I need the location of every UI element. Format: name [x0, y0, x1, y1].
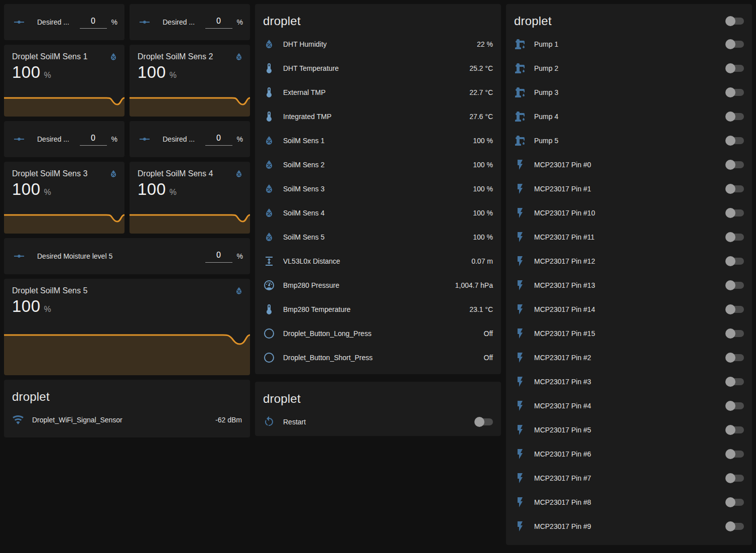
entity-row-restart[interactable]: Restart: [255, 410, 501, 434]
mcp23017-pin-3-toggle[interactable]: [725, 377, 744, 387]
switch-row-mcp23017-pin-5[interactable]: MCP23017 Pin #5: [506, 418, 752, 442]
mcp23017-pin-13-toggle[interactable]: [725, 280, 744, 290]
switch-row-mcp23017-pin-10[interactable]: MCP23017 Pin #10: [506, 201, 752, 225]
entity-row-soilm-sens-2[interactable]: SoilM Sens 2 100 %: [255, 153, 501, 177]
input-number-label: Desired Moisture level 5: [37, 252, 205, 260]
unit-label: %: [111, 135, 117, 143]
column-middle: droplet DHT Humidity 22 % DHT Temperatur…: [255, 4, 501, 436]
history-sparkline: [130, 96, 250, 117]
mcp23017-pin-4-toggle[interactable]: [725, 401, 744, 411]
pump-1-toggle[interactable]: [725, 39, 744, 49]
mcp23017-pin-1-toggle[interactable]: [725, 184, 744, 194]
ray-vertex-icon: [139, 133, 151, 145]
pump-3-toggle[interactable]: [725, 87, 744, 97]
mcp23017-pin-6-toggle[interactable]: [725, 449, 744, 459]
switch-row-mcp23017-pin-15[interactable]: MCP23017 Pin #15: [506, 321, 752, 346]
entity-name: SoilM Sens 3: [283, 185, 469, 193]
switch-row-mcp23017-pin-3[interactable]: MCP23017 Pin #3: [506, 370, 752, 394]
entity-row-integrated-tmp[interactable]: Integrated TMP 27.6 °C: [255, 104, 501, 129]
entity-row-wifi-signal[interactable]: Droplet_WiFi_Signal_Sensor -62 dBm: [4, 408, 250, 432]
entity-row-soilm-sens-5[interactable]: SoilM Sens 5 100 %: [255, 225, 501, 249]
switch-row-pump-2[interactable]: Pump 2: [506, 56, 752, 80]
mcp23017-pin-15-toggle[interactable]: [725, 328, 744, 339]
radiobox-blank-icon: [263, 352, 275, 364]
wifi-entities-card: droplet Droplet_WiFi_Signal_Sensor -62 d…: [4, 380, 250, 437]
sensor-graph-card-5[interactable]: Droplet SoilM Sens 5 100 %: [4, 279, 250, 375]
sensor-graph-card-2[interactable]: Droplet SoilM Sens 2 100 %: [130, 45, 250, 117]
sensor-card-value: 100: [138, 180, 166, 199]
switch-row-mcp23017-pin-12[interactable]: MCP23017 Pin #12: [506, 249, 752, 273]
sensor-graph-card-3[interactable]: Droplet SoilM Sens 3 100 %: [4, 162, 124, 234]
radiobox-blank-icon: [263, 327, 275, 340]
mcp23017-pin-11-toggle[interactable]: [725, 232, 744, 242]
pump-2-toggle[interactable]: [725, 63, 744, 73]
sensor-graph-card-1[interactable]: Droplet SoilM Sens 1 100 %: [4, 45, 124, 117]
switch-row-mcp23017-pin-4[interactable]: MCP23017 Pin #4: [506, 394, 752, 418]
entity-value: 100 %: [473, 209, 493, 217]
water-percent-icon: [108, 169, 118, 179]
sensor-card-title: Droplet SoilM Sens 5: [4, 279, 250, 295]
entity-row-soilm-sens-4[interactable]: SoilM Sens 4 100 %: [255, 201, 501, 225]
switch-row-mcp23017-pin-14[interactable]: MCP23017 Pin #14: [506, 297, 752, 321]
switch-row-pump-1[interactable]: Pump 1: [506, 32, 752, 56]
wifi-icon: [12, 414, 24, 426]
entity-row-soilm-sens-1[interactable]: SoilM Sens 1 100 %: [255, 129, 501, 153]
flash-icon: [514, 303, 526, 315]
thermometer-icon: [263, 62, 275, 74]
mcp23017-pin-9-toggle[interactable]: [725, 521, 744, 531]
switch-row-mcp23017-pin-1[interactable]: MCP23017 Pin #1: [506, 177, 752, 201]
switch-row-mcp23017-pin-7[interactable]: MCP23017 Pin #7: [506, 466, 752, 490]
entity-row-bmp280-temperature[interactable]: Bmp280 Temperature 23.1 °C: [255, 297, 501, 321]
water-percent-icon: [263, 159, 275, 171]
desired-value-input[interactable]: 0: [205, 16, 232, 29]
entity-name: Pump 1: [534, 40, 725, 48]
mcp23017-pin-12-toggle[interactable]: [725, 256, 744, 266]
desired-value-input[interactable]: 0: [205, 133, 232, 146]
mcp23017-pin-2-toggle[interactable]: [725, 353, 744, 363]
entity-row-soilm-sens-3[interactable]: SoilM Sens 3 100 %: [255, 177, 501, 201]
history-sparkline: [4, 96, 124, 117]
switch-row-mcp23017-pin-11[interactable]: MCP23017 Pin #11: [506, 225, 752, 249]
input-number-card-5: Desired Moisture level 5 0 %: [4, 238, 250, 274]
switch-row-pump-4[interactable]: Pump 4: [506, 104, 752, 129]
entity-row-dht-temperature[interactable]: DHT Temperature 25.2 °C: [255, 56, 501, 80]
toggle-all-switch[interactable]: [725, 16, 744, 26]
restart-toggle[interactable]: [474, 417, 493, 427]
mcp23017-pin-10-toggle[interactable]: [725, 208, 744, 218]
entity-row-dht-humidity[interactable]: DHT Humidity 22 %: [255, 32, 501, 56]
switch-row-pump-5[interactable]: Pump 5: [506, 129, 752, 153]
desired-value-input[interactable]: 0: [80, 133, 107, 146]
entities-card: droplet DHT Humidity 22 % DHT Temperatur…: [255, 4, 501, 374]
sensor-graph-card-4[interactable]: Droplet SoilM Sens 4 100 %: [130, 162, 250, 234]
desired-value-input[interactable]: 0: [205, 250, 232, 263]
pump-4-toggle[interactable]: [725, 112, 744, 122]
entity-row-bmp280-pressure[interactable]: Bmp280 Pressure 1,004.7 hPa: [255, 273, 501, 297]
entity-row-button-long-press[interactable]: Droplet_Button_Long_Press Off: [255, 321, 501, 346]
sensor-card-unit: %: [170, 188, 177, 197]
switch-row-mcp23017-pin-0[interactable]: MCP23017 Pin #0: [506, 153, 752, 177]
mcp23017-pin-7-toggle[interactable]: [725, 473, 744, 483]
entity-value: Off: [484, 354, 493, 362]
entity-row-button-short-press[interactable]: Droplet_Button_Short_Press Off: [255, 346, 501, 370]
mcp23017-pin-14-toggle[interactable]: [725, 304, 744, 314]
input-number-card-2: Desired ... 0 %: [130, 4, 250, 40]
sensor-card-unit: %: [44, 71, 51, 80]
switch-row-mcp23017-pin-6[interactable]: MCP23017 Pin #6: [506, 442, 752, 466]
desired-value-input[interactable]: 0: [80, 16, 107, 29]
entity-name: Restart: [283, 418, 474, 426]
switch-row-mcp23017-pin-8[interactable]: MCP23017 Pin #8: [506, 490, 752, 514]
entity-row-vl53l0x-distance[interactable]: VL53L0x Distance 0.07 m: [255, 249, 501, 273]
entity-row-external-tmp[interactable]: External TMP 22.7 °C: [255, 80, 501, 104]
mcp23017-pin-5-toggle[interactable]: [725, 425, 744, 435]
switch-row-mcp23017-pin-2[interactable]: MCP23017 Pin #2: [506, 346, 752, 370]
mcp23017-pin-0-toggle[interactable]: [725, 160, 744, 170]
sensor-card-unit: %: [44, 305, 51, 314]
pump-5-toggle[interactable]: [725, 136, 744, 146]
mcp23017-pin-8-toggle[interactable]: [725, 497, 744, 507]
flash-icon: [514, 400, 526, 412]
sensor-card-value: 100: [138, 63, 166, 82]
switch-row-mcp23017-pin-9[interactable]: MCP23017 Pin #9: [506, 514, 752, 538]
dashboard: Desired ... 0 % Desired ... 0 % Droplet …: [0, 0, 756, 549]
switch-row-mcp23017-pin-13[interactable]: MCP23017 Pin #13: [506, 273, 752, 297]
switch-row-pump-3[interactable]: Pump 3: [506, 80, 752, 104]
